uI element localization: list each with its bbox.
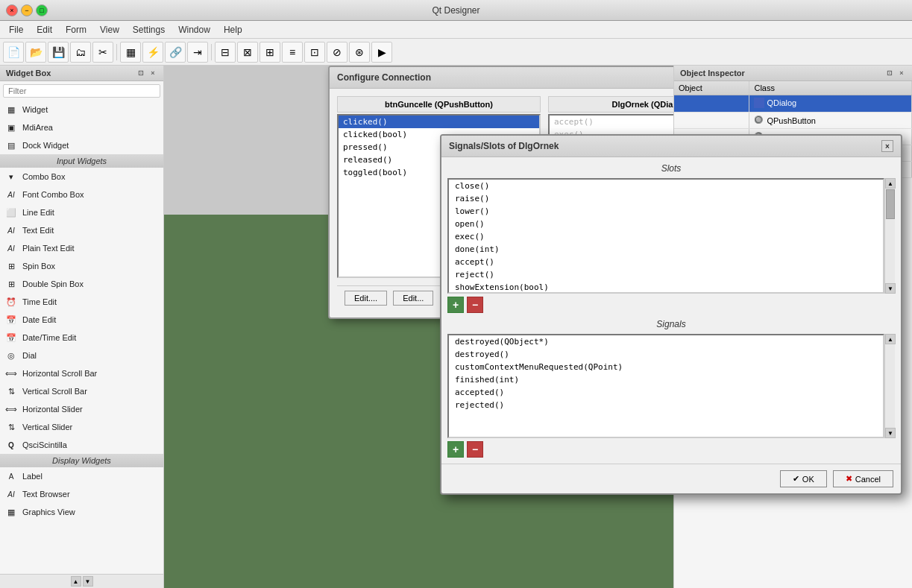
widget-item-doublespinbox[interactable]: ⊞ Double Spin Box <box>0 275 163 293</box>
signal-rejected[interactable]: rejected() <box>449 399 883 411</box>
widget-box-filter[interactable] <box>3 84 160 98</box>
slot-close[interactable]: close() <box>449 180 883 192</box>
widget-item-fontcombobox[interactable]: AI Font Combo Box <box>0 186 163 203</box>
object-inspector-float[interactable]: ⊡ <box>885 69 894 78</box>
add-slot-button[interactable]: + <box>447 297 464 313</box>
toolbar-widget-edit[interactable]: ▦ <box>120 42 141 63</box>
menu-window[interactable]: Window <box>172 23 216 37</box>
slot-open[interactable]: open() <box>449 218 883 230</box>
menu-form[interactable]: Form <box>60 23 92 37</box>
slot-reject[interactable]: reject() <box>449 268 883 281</box>
signals-slots-dialog: Signals/Slots of DlgOrnek × Slots close(… <box>440 134 902 495</box>
widget-box-float[interactable]: ⊡ <box>136 69 145 78</box>
add-signal-button[interactable]: + <box>447 441 464 458</box>
inspector-row-qpushbutton1[interactable]: 🔘 QPushButton <box>674 113 912 129</box>
widget-item-label[interactable]: A Label <box>0 467 163 485</box>
slots-scroll-down[interactable]: ▼ <box>885 283 896 294</box>
signals-scroll-up[interactable]: ▲ <box>885 334 896 344</box>
slot-exec[interactable]: exec() <box>449 230 883 243</box>
edit-receiver-button[interactable]: Edit... <box>393 291 433 306</box>
inspector-row-qdialog[interactable]: QDialog <box>674 95 912 113</box>
toolbar-layout-h[interactable]: ⊟ <box>215 42 236 63</box>
signal-destroyed[interactable]: destroyed() <box>449 348 883 361</box>
signal-finished[interactable]: finished(int) <box>449 373 883 386</box>
widget-item-spinbox[interactable]: ⊞ Spin Box <box>0 257 163 275</box>
widget-box-close[interactable]: × <box>148 69 157 78</box>
slot-done[interactable]: done(int) <box>449 243 883 256</box>
toolbar-tab[interactable]: ⇥ <box>187 42 208 63</box>
widget-item-qsciscintilla[interactable]: Q QsciScintilla <box>0 436 163 454</box>
signal-clicked[interactable]: clicked() <box>339 116 539 128</box>
toolbar-save[interactable]: 💾 <box>48 42 69 63</box>
widget-item-dockwidget[interactable]: ▤ Dock Widget <box>0 136 163 154</box>
slots-section: Slots close() raise() lower() open() exe… <box>447 163 895 313</box>
slot-showextension[interactable]: showExtension(bool) <box>449 281 883 294</box>
toolbar-open[interactable]: 📂 <box>25 42 46 63</box>
signal-custom-context[interactable]: customContextMenuRequested(QPoint) <box>449 361 883 373</box>
toolbar-layout-v[interactable]: ⊠ <box>237 42 258 63</box>
signals-dialog-close[interactable]: × <box>881 140 893 152</box>
edit-sender-button[interactable]: Edit.... <box>345 291 387 306</box>
toolbar-cut[interactable]: ✂ <box>92 42 113 63</box>
slot-accept[interactable]: accept() <box>550 116 673 128</box>
signals-list[interactable]: destroyed(QObject*) destroyed() customCo… <box>447 334 884 438</box>
widget-item-vscrollbar[interactable]: ⇅ Vertical Scroll Bar <box>0 382 163 400</box>
menu-view[interactable]: View <box>94 23 125 37</box>
widget-list-scroll-up[interactable]: ▲ <box>71 576 81 587</box>
widget-item-datetimeedit[interactable]: 📅 Date/Time Edit <box>0 329 163 347</box>
widget-item-vslider[interactable]: ⇅ Vertical Slider <box>0 418 163 436</box>
mdiarea-icon: ▣ <box>4 121 18 134</box>
menu-edit[interactable]: Edit <box>31 23 58 37</box>
widget-item-textbrowser[interactable]: AI Text Browser <box>0 485 163 503</box>
widget-list-scroll-down[interactable]: ▼ <box>83 576 93 587</box>
toolbar-layout-s[interactable]: ⊡ <box>304 42 325 63</box>
widget-item-graphicsview[interactable]: ▦ Graphics View <box>0 503 163 521</box>
widget-item-widget[interactable]: ▦ Widget <box>0 101 163 118</box>
remove-signal-button[interactable]: − <box>467 441 483 458</box>
toolbar-layout-f[interactable]: ≡ <box>282 42 303 63</box>
toolbar-save-all[interactable]: 🗂 <box>70 42 91 63</box>
toolbar-new[interactable]: 📄 <box>3 42 24 63</box>
menu-settings[interactable]: Settings <box>127 23 171 37</box>
signals-dialog-title: Signals/Slots of DlgOrnek <box>449 141 559 151</box>
maximize-button[interactable]: □ <box>36 4 48 16</box>
widget-item-lineedit[interactable]: ⬜ Line Edit <box>0 203 163 221</box>
close-button[interactable]: × <box>6 4 18 16</box>
slots-scroll-up[interactable]: ▲ <box>885 178 896 189</box>
slots-list[interactable]: close() raise() lower() open() exec() do… <box>447 178 884 294</box>
toolbar-break[interactable]: ⊘ <box>327 42 347 63</box>
ok-button[interactable]: ✔ OK <box>780 470 827 487</box>
object-inspector-close[interactable]: × <box>897 69 906 78</box>
widget-item-timeedit[interactable]: ⏰ Time Edit <box>0 293 163 311</box>
signals-scroll-track <box>885 344 895 428</box>
cancel-button[interactable]: ✖ Cancel <box>833 470 893 487</box>
widget-list: ▦ Widget ▣ MdiArea ▤ Dock Widget Input W… <box>0 101 163 574</box>
slots-scroll-thumb[interactable] <box>886 189 895 219</box>
signals-scroll-down[interactable]: ▼ <box>885 428 896 438</box>
toolbar-signal-slot[interactable]: ⚡ <box>142 42 163 63</box>
signal-accepted[interactable]: accepted() <box>449 386 883 399</box>
widget-item-mdiarea[interactable]: ▣ MdiArea <box>0 118 163 136</box>
widget-item-dateedit[interactable]: 📅 Date Edit <box>0 311 163 329</box>
widget-item-dial[interactable]: ◎ Dial <box>0 347 163 364</box>
toolbar-preview[interactable]: ▶ <box>371 42 392 63</box>
widget-item-plaintextedit[interactable]: AI Plain Text Edit <box>0 239 163 257</box>
slot-raise[interactable]: raise() <box>449 192 883 205</box>
widget-item-hscrollbar[interactable]: ⟺ Horizontal Scroll Bar <box>0 364 163 382</box>
title-bar: × − □ Qt Designer <box>0 0 912 21</box>
widget-item-combobox[interactable]: ▾ Combo Box <box>0 168 163 186</box>
minimize-button[interactable]: − <box>21 4 33 16</box>
toolbar-layout-g[interactable]: ⊞ <box>260 42 280 63</box>
widget-item-hslider[interactable]: ⟺ Horizontal Slider <box>0 400 163 418</box>
remove-slot-button[interactable]: − <box>467 297 483 313</box>
slot-lower[interactable]: lower() <box>449 205 883 218</box>
slot-accept[interactable]: accept() <box>449 256 883 268</box>
toolbar-buddy[interactable]: 🔗 <box>165 42 186 63</box>
toolbar-adjust[interactable]: ⊛ <box>349 42 370 63</box>
hslider-icon: ⟺ <box>4 402 18 416</box>
signal-destroyed-qobject[interactable]: destroyed(QObject*) <box>449 335 883 348</box>
menu-help[interactable]: Help <box>218 23 248 37</box>
slots-scroll-track <box>885 189 895 283</box>
menu-file[interactable]: File <box>3 23 29 37</box>
widget-item-textedit[interactable]: AI Text Edit <box>0 221 163 239</box>
